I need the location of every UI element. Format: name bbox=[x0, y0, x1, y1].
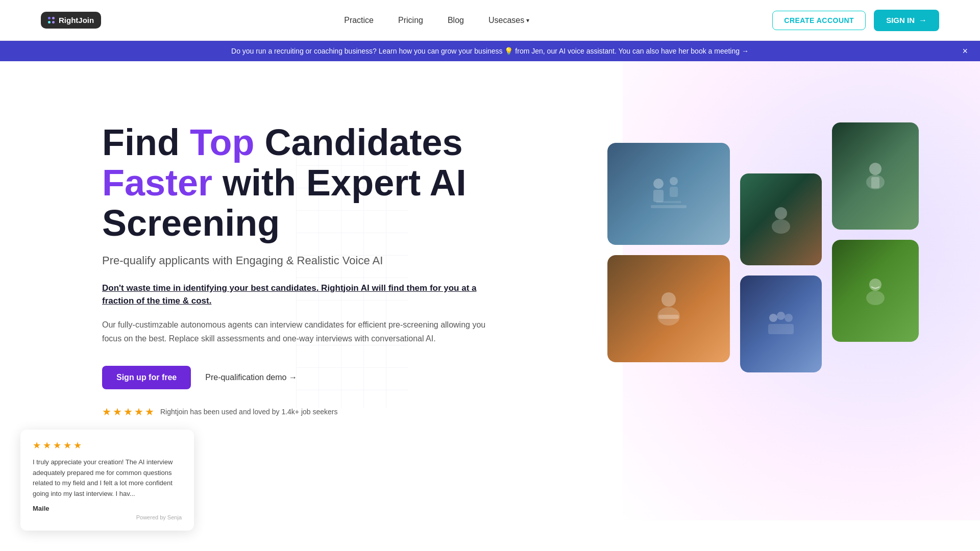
signin-arrow-icon: → bbox=[919, 16, 927, 25]
image-column-1 bbox=[607, 143, 730, 362]
svg-rect-6 bbox=[656, 201, 681, 203]
image-column-2 bbox=[740, 173, 822, 372]
hero-desc-bold: Don't waste time in identifying your bes… bbox=[102, 282, 490, 308]
svg-point-14 bbox=[785, 314, 793, 322]
nav-link-pricing[interactable]: Pricing bbox=[398, 16, 423, 25]
review-text: I truly appreciate your creation! The AI… bbox=[33, 457, 182, 499]
image-woman-working bbox=[607, 255, 730, 362]
svg-rect-5 bbox=[651, 205, 687, 208]
image-man-phone bbox=[740, 173, 822, 265]
star-2: ★ bbox=[113, 406, 122, 418]
review-star-1: ★ bbox=[33, 440, 41, 451]
woman-working-illustration bbox=[648, 288, 689, 329]
banner-close-button[interactable]: × bbox=[962, 46, 968, 57]
rating-stars: ★ ★ ★ ★ ★ bbox=[102, 406, 154, 418]
hero-description: Our fully-custimzable autonomous agents … bbox=[102, 318, 490, 345]
nav-links: Practice Pricing Blog Usecases bbox=[344, 16, 529, 25]
logo-dot-1 bbox=[48, 17, 51, 19]
nav-link-practice[interactable]: Practice bbox=[344, 16, 374, 25]
review-star-4: ★ bbox=[63, 440, 71, 451]
hero-images bbox=[607, 143, 919, 372]
office-group-illustration bbox=[766, 309, 796, 339]
review-star-5: ★ bbox=[74, 440, 82, 451]
logo-text: RightJoin bbox=[59, 16, 94, 24]
hero-title: Find Top Candidates Faster with Expert A… bbox=[102, 122, 490, 244]
create-account-button[interactable]: CREATE ACCOUNT bbox=[772, 11, 866, 30]
image-man-tablet bbox=[832, 122, 919, 230]
svg-point-13 bbox=[777, 312, 785, 320]
nav-actions: CREATE ACCOUNT SIGN IN → bbox=[772, 10, 939, 31]
svg-point-7 bbox=[662, 292, 676, 307]
svg-point-20 bbox=[866, 291, 885, 305]
svg-point-12 bbox=[769, 314, 777, 322]
signin-label: SIGN IN bbox=[886, 16, 915, 24]
svg-point-19 bbox=[869, 279, 881, 291]
signin-button[interactable]: SIGN IN → bbox=[874, 10, 939, 31]
signup-button[interactable]: Sign up for free bbox=[102, 366, 191, 389]
desc-bold-text: Don't waste time in identifying your bes… bbox=[102, 283, 461, 293]
man-phone-illustration bbox=[766, 204, 796, 235]
logo[interactable]: RightJoin bbox=[41, 12, 101, 29]
hero-rating: ★ ★ ★ ★ ★ Rightjoin has been used and lo… bbox=[102, 406, 490, 418]
title-part1: Find bbox=[102, 122, 190, 163]
image-woman-smiling bbox=[832, 240, 919, 342]
star-5: ★ bbox=[145, 406, 154, 418]
rating-text: Rightjoin has been used and loved by 1.4… bbox=[160, 408, 338, 416]
hero-subtitle: Pre-qualify applicants with Engaging & R… bbox=[102, 254, 490, 267]
title-highlight1: Top bbox=[190, 122, 255, 163]
svg-point-10 bbox=[775, 207, 787, 219]
logo-dot-3 bbox=[48, 21, 51, 23]
svg-rect-18 bbox=[871, 177, 879, 188]
title-highlight2: Faster bbox=[102, 162, 212, 203]
navbar: RightJoin Practice Pricing Blog Usecases… bbox=[0, 0, 980, 41]
star-1: ★ bbox=[102, 406, 111, 418]
title-part2: Candidates bbox=[255, 122, 463, 163]
nav-link-blog[interactable]: Blog bbox=[448, 16, 464, 25]
star-4: ★ bbox=[134, 406, 143, 418]
image-office-group bbox=[740, 276, 822, 372]
svg-rect-2 bbox=[653, 190, 664, 202]
logo-dot-4 bbox=[52, 21, 55, 23]
svg-rect-9 bbox=[658, 315, 679, 319]
review-star-3: ★ bbox=[53, 440, 61, 451]
svg-point-16 bbox=[869, 163, 881, 175]
hero-content: Find Top Candidates Faster with Expert A… bbox=[102, 102, 490, 418]
logo-dot-2 bbox=[52, 17, 55, 19]
hero-cta-group: Sign up for free Pre-qualification demo … bbox=[102, 366, 490, 389]
announcement-banner: Do you run a recruiting or coaching busi… bbox=[0, 41, 980, 61]
review-author: Maile bbox=[33, 505, 182, 512]
review-powered-by: Powered by Senja bbox=[33, 514, 182, 520]
logo-dots bbox=[48, 17, 55, 23]
woman-smiling-illustration bbox=[860, 276, 891, 306]
nav-link-usecases[interactable]: Usecases bbox=[488, 16, 529, 25]
review-stars: ★ ★ ★ ★ ★ bbox=[33, 440, 182, 451]
banner-text: Do you run a recruiting or coaching busi… bbox=[20, 47, 960, 55]
star-3: ★ bbox=[124, 406, 133, 418]
svg-point-11 bbox=[772, 219, 790, 234]
svg-rect-4 bbox=[670, 187, 678, 197]
review-card: ★ ★ ★ ★ ★ I truly appreciate your creati… bbox=[20, 430, 194, 531]
image-group-meeting bbox=[607, 143, 730, 245]
svg-rect-15 bbox=[768, 324, 794, 334]
review-star-2: ★ bbox=[43, 440, 51, 451]
svg-point-1 bbox=[653, 179, 664, 189]
svg-point-3 bbox=[670, 177, 678, 185]
image-column-3 bbox=[832, 122, 919, 342]
group-meeting-illustration bbox=[648, 173, 689, 214]
demo-button[interactable]: Pre-qualification demo → bbox=[205, 373, 297, 382]
man-tablet-illustration bbox=[860, 161, 891, 191]
